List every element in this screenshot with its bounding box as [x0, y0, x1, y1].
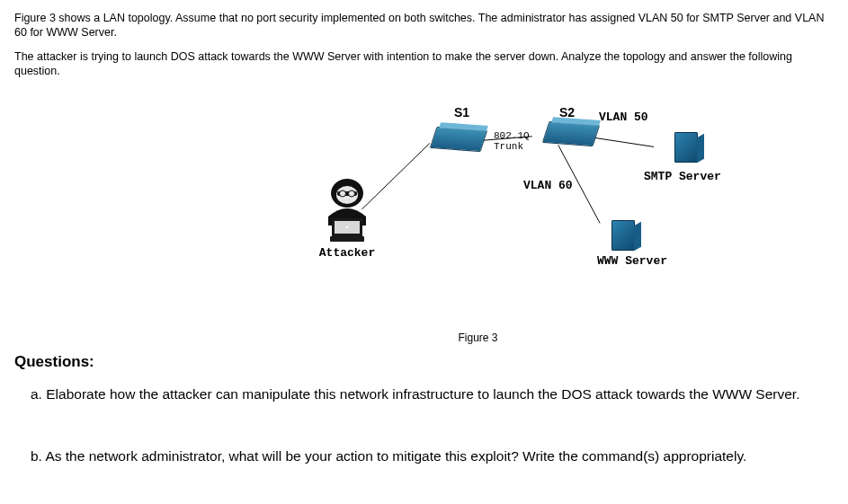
questions-heading: Questions: [14, 353, 834, 371]
www-server-label: WWW Server [597, 254, 667, 268]
trunk-label-2: Trunk [494, 141, 523, 152]
switch-s2-icon [542, 121, 600, 146]
intro-line-2: The attacker is trying to launch DOS att… [14, 49, 834, 79]
question-a: a. Elaborate how the attacker can manipu… [31, 385, 834, 404]
intro-line-1: Figure 3 shows a LAN topology. Assume th… [14, 11, 834, 40]
www-server-icon [611, 220, 635, 251]
attacker-node: Attacker [311, 177, 383, 260]
figure-topology: Attacker S1 S2 802.1Q Trunk VLAN 50 VLAN… [14, 87, 834, 330]
vlan-50-label: VLAN 50 [599, 111, 648, 124]
svg-point-8 [349, 190, 355, 197]
svg-point-7 [340, 190, 346, 197]
trunk-label: 802.1Q Trunk [494, 130, 530, 152]
figure-caption: Figure 3 [122, 332, 834, 344]
switch-s2-label: S2 [559, 105, 575, 119]
smtp-server-icon [674, 132, 698, 163]
svg-rect-12 [330, 236, 364, 242]
topology-lines [14, 87, 834, 330]
attacker-icon [316, 177, 379, 242]
svg-point-11 [346, 226, 349, 229]
trunk-label-1: 802.1Q [494, 130, 530, 141]
smtp-server-label: SMTP Server [644, 170, 721, 183]
switch-s1-icon [430, 127, 487, 152]
question-b: b. As the network administrator, what wi… [31, 447, 834, 466]
attacker-label: Attacker [311, 246, 383, 260]
switch-s1-label: S1 [454, 105, 469, 119]
vlan-60-label: VLAN 60 [523, 179, 573, 192]
